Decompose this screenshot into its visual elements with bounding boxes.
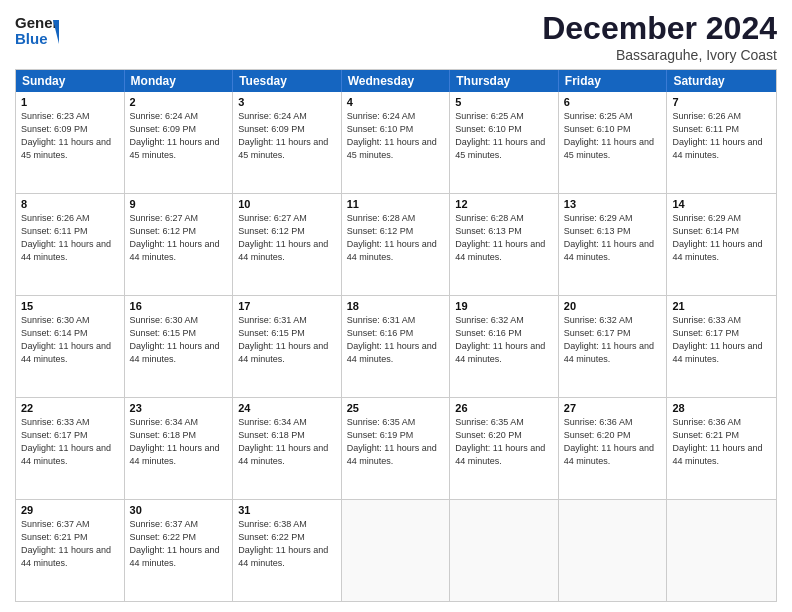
calendar-cell: 2 Sunrise: 6:24 AM Sunset: 6:09 PM Dayli… [125, 92, 234, 193]
sunset-info: Sunset: 6:09 PM [238, 124, 305, 134]
sunset-info: Sunset: 6:12 PM [238, 226, 305, 236]
sunrise-info: Sunrise: 6:36 AM [564, 417, 633, 427]
daylight-info: Daylight: 11 hours and 44 minutes. [564, 341, 654, 364]
sunrise-info: Sunrise: 6:38 AM [238, 519, 307, 529]
sunrise-info: Sunrise: 6:26 AM [672, 111, 741, 121]
sunrise-info: Sunrise: 6:32 AM [455, 315, 524, 325]
daylight-info: Daylight: 11 hours and 44 minutes. [347, 341, 437, 364]
sunset-info: Sunset: 6:18 PM [130, 430, 197, 440]
calendar-cell: 8 Sunrise: 6:26 AM Sunset: 6:11 PM Dayli… [16, 194, 125, 295]
sunrise-info: Sunrise: 6:29 AM [564, 213, 633, 223]
calendar-cell [559, 500, 668, 601]
sunrise-info: Sunrise: 6:33 AM [21, 417, 90, 427]
calendar-cell: 18 Sunrise: 6:31 AM Sunset: 6:16 PM Dayl… [342, 296, 451, 397]
calendar-cell: 22 Sunrise: 6:33 AM Sunset: 6:17 PM Dayl… [16, 398, 125, 499]
sunset-info: Sunset: 6:13 PM [564, 226, 631, 236]
day-number: 2 [130, 95, 228, 109]
calendar-cell: 21 Sunrise: 6:33 AM Sunset: 6:17 PM Dayl… [667, 296, 776, 397]
day-number: 15 [21, 299, 119, 313]
day-number: 18 [347, 299, 445, 313]
col-sunday: Sunday [16, 70, 125, 92]
daylight-info: Daylight: 11 hours and 44 minutes. [130, 443, 220, 466]
sunset-info: Sunset: 6:14 PM [21, 328, 88, 338]
calendar-cell: 3 Sunrise: 6:24 AM Sunset: 6:09 PM Dayli… [233, 92, 342, 193]
col-tuesday: Tuesday [233, 70, 342, 92]
sunrise-info: Sunrise: 6:28 AM [347, 213, 416, 223]
month-title: December 2024 [542, 10, 777, 47]
day-number: 7 [672, 95, 771, 109]
day-number: 31 [238, 503, 336, 517]
svg-marker-2 [53, 20, 59, 44]
calendar-cell: 11 Sunrise: 6:28 AM Sunset: 6:12 PM Dayl… [342, 194, 451, 295]
sunset-info: Sunset: 6:19 PM [347, 430, 414, 440]
sunrise-info: Sunrise: 6:37 AM [130, 519, 199, 529]
daylight-info: Daylight: 11 hours and 44 minutes. [238, 341, 328, 364]
daylight-info: Daylight: 11 hours and 44 minutes. [564, 443, 654, 466]
svg-text:Blue: Blue [15, 30, 48, 47]
daylight-info: Daylight: 11 hours and 44 minutes. [238, 443, 328, 466]
sunrise-info: Sunrise: 6:28 AM [455, 213, 524, 223]
daylight-info: Daylight: 11 hours and 44 minutes. [455, 443, 545, 466]
daylight-info: Daylight: 11 hours and 44 minutes. [672, 443, 762, 466]
daylight-info: Daylight: 11 hours and 44 minutes. [672, 137, 762, 160]
calendar-cell: 25 Sunrise: 6:35 AM Sunset: 6:19 PM Dayl… [342, 398, 451, 499]
daylight-info: Daylight: 11 hours and 45 minutes. [21, 137, 111, 160]
day-number: 21 [672, 299, 771, 313]
sunrise-info: Sunrise: 6:35 AM [347, 417, 416, 427]
sunset-info: Sunset: 6:10 PM [564, 124, 631, 134]
sunrise-info: Sunrise: 6:37 AM [21, 519, 90, 529]
day-number: 4 [347, 95, 445, 109]
day-number: 12 [455, 197, 553, 211]
sunset-info: Sunset: 6:21 PM [21, 532, 88, 542]
calendar-cell: 15 Sunrise: 6:30 AM Sunset: 6:14 PM Dayl… [16, 296, 125, 397]
daylight-info: Daylight: 11 hours and 44 minutes. [130, 341, 220, 364]
logo-icon: General Blue [15, 10, 59, 54]
calendar-header: Sunday Monday Tuesday Wednesday Thursday… [16, 70, 776, 92]
sunrise-info: Sunrise: 6:32 AM [564, 315, 633, 325]
calendar-cell: 23 Sunrise: 6:34 AM Sunset: 6:18 PM Dayl… [125, 398, 234, 499]
day-number: 5 [455, 95, 553, 109]
sunset-info: Sunset: 6:16 PM [455, 328, 522, 338]
sunrise-info: Sunrise: 6:25 AM [455, 111, 524, 121]
sunset-info: Sunset: 6:16 PM [347, 328, 414, 338]
sunrise-info: Sunrise: 6:30 AM [21, 315, 90, 325]
daylight-info: Daylight: 11 hours and 44 minutes. [347, 239, 437, 262]
day-number: 13 [564, 197, 662, 211]
sunrise-info: Sunrise: 6:25 AM [564, 111, 633, 121]
sunrise-info: Sunrise: 6:34 AM [238, 417, 307, 427]
calendar-cell: 31 Sunrise: 6:38 AM Sunset: 6:22 PM Dayl… [233, 500, 342, 601]
calendar-cell [667, 500, 776, 601]
sunrise-info: Sunrise: 6:36 AM [672, 417, 741, 427]
day-number: 27 [564, 401, 662, 415]
calendar-cell: 9 Sunrise: 6:27 AM Sunset: 6:12 PM Dayli… [125, 194, 234, 295]
daylight-info: Daylight: 11 hours and 44 minutes. [21, 341, 111, 364]
daylight-info: Daylight: 11 hours and 44 minutes. [455, 341, 545, 364]
calendar-cell: 29 Sunrise: 6:37 AM Sunset: 6:21 PM Dayl… [16, 500, 125, 601]
sunset-info: Sunset: 6:10 PM [347, 124, 414, 134]
sunset-info: Sunset: 6:12 PM [347, 226, 414, 236]
calendar-cell [450, 500, 559, 601]
day-number: 3 [238, 95, 336, 109]
daylight-info: Daylight: 11 hours and 44 minutes. [347, 443, 437, 466]
sunset-info: Sunset: 6:20 PM [564, 430, 631, 440]
calendar-cell: 27 Sunrise: 6:36 AM Sunset: 6:20 PM Dayl… [559, 398, 668, 499]
calendar-cell: 14 Sunrise: 6:29 AM Sunset: 6:14 PM Dayl… [667, 194, 776, 295]
day-number: 29 [21, 503, 119, 517]
daylight-info: Daylight: 11 hours and 45 minutes. [238, 137, 328, 160]
title-section: December 2024 Bassaraguhe, Ivory Coast [542, 10, 777, 63]
sunset-info: Sunset: 6:14 PM [672, 226, 739, 236]
calendar-cell: 5 Sunrise: 6:25 AM Sunset: 6:10 PM Dayli… [450, 92, 559, 193]
daylight-info: Daylight: 11 hours and 44 minutes. [130, 239, 220, 262]
calendar-cell: 13 Sunrise: 6:29 AM Sunset: 6:13 PM Dayl… [559, 194, 668, 295]
calendar-cell: 24 Sunrise: 6:34 AM Sunset: 6:18 PM Dayl… [233, 398, 342, 499]
svg-text:General: General [15, 14, 59, 31]
sunset-info: Sunset: 6:11 PM [21, 226, 88, 236]
day-number: 20 [564, 299, 662, 313]
sunset-info: Sunset: 6:11 PM [672, 124, 739, 134]
daylight-info: Daylight: 11 hours and 45 minutes. [347, 137, 437, 160]
col-friday: Friday [559, 70, 668, 92]
calendar-cell: 7 Sunrise: 6:26 AM Sunset: 6:11 PM Dayli… [667, 92, 776, 193]
sunset-info: Sunset: 6:17 PM [564, 328, 631, 338]
calendar-cell: 12 Sunrise: 6:28 AM Sunset: 6:13 PM Dayl… [450, 194, 559, 295]
day-number: 14 [672, 197, 771, 211]
